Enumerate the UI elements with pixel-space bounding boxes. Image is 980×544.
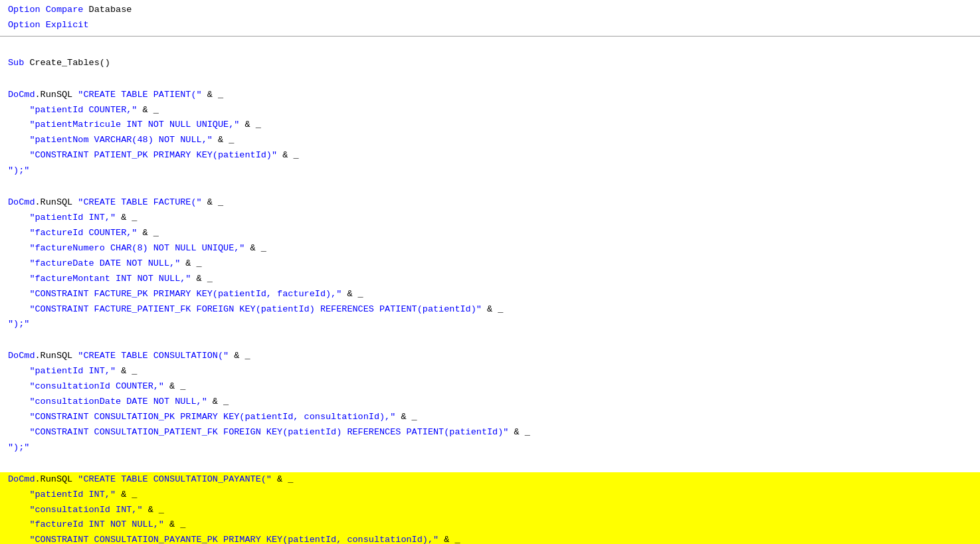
patient-create-4: "patientNom VARCHAR(48) NOT NULL," & _	[0, 133, 980, 148]
code-editor: Option Compare Database Option Explicit …	[0, 0, 980, 544]
consultation-payante-5: "CONSTRAINT CONSULTATION_PAYANTE_PK PRIM…	[0, 533, 980, 544]
option-keyword2: Option	[8, 20, 41, 30]
code-body: Sub Create_Tables() DoCmd.RunSQL "CREATE…	[0, 39, 980, 544]
consultation-create-4: "consultationDate DATE NOT NULL," & _	[0, 395, 980, 410]
sub-line: Sub Create_Tables()	[0, 56, 980, 71]
patient-create-6: ");"	[0, 163, 980, 179]
facture-create-5: "factureDate DATE NOT NULL," & _	[0, 256, 980, 272]
facture-create-8: "CONSTRAINT FACTURE_PATIENT_FK FOREIGN K…	[0, 302, 980, 317]
consultation-create-3: "consultationId COUNTER," & _	[0, 379, 980, 395]
empty-line-4	[0, 332, 980, 349]
facture-create-7: "CONSTRAINT FACTURE_PK PRIMARY KEY(patie…	[0, 287, 980, 302]
consultation-payante-2: "patientId INT," & _	[0, 488, 980, 503]
patient-create-2: "patientId COUNTER," & _	[0, 103, 980, 118]
empty-line-2	[0, 71, 980, 88]
consultation-payante-1: DoCmd.RunSQL "CREATE TABLE CONSULTATION_…	[0, 472, 980, 488]
patient-create-5: "CONSTRAINT PATIENT_PK PRIMARY KEY(patie…	[0, 148, 980, 163]
facture-create-4: "factureNumero CHAR(8) NOT NULL UNIQUE,"…	[0, 241, 980, 256]
explicit-keyword: Explicit	[46, 20, 89, 30]
option-explicit-line: Option Explicit	[0, 18, 980, 33]
option-compare-line: Option Compare Database	[0, 3, 980, 18]
consultation-payante-3: "consultationId INT," & _	[0, 503, 980, 518]
header-section: Option Compare Database Option Explicit	[0, 3, 980, 37]
facture-create-9: ");"	[0, 317, 980, 332]
consultation-create-1: DoCmd.RunSQL "CREATE TABLE CONSULTATION(…	[0, 349, 980, 364]
facture-create-2: "patientId INT," & _	[0, 211, 980, 226]
consultation-create-2: "patientId INT," & _	[0, 364, 980, 379]
patient-create-1: DoCmd.RunSQL "CREATE TABLE PATIENT(" & _	[0, 88, 980, 103]
empty-line-5	[0, 456, 980, 472]
facture-create-1: DoCmd.RunSQL "CREATE TABLE FACTURE(" & _	[0, 195, 980, 211]
consultation-create-5: "CONSTRAINT CONSULTATION_PK PRIMARY KEY(…	[0, 410, 980, 425]
consultation-create-6: "CONSTRAINT CONSULTATION_PATIENT_FK FORE…	[0, 425, 980, 440]
patient-create-3: "patientMatricule INT NOT NULL UNIQUE," …	[0, 118, 980, 133]
empty-line-1	[0, 39, 980, 56]
facture-create-3: "factureId COUNTER," & _	[0, 226, 980, 241]
compare-keyword: Compare	[46, 5, 84, 15]
facture-create-6: "factureMontant INT NOT NULL," & _	[0, 272, 980, 287]
consultation-payante-4: "factureId INT NOT NULL," & _	[0, 517, 980, 533]
option-keyword: Option	[8, 5, 41, 15]
consultation-create-7: ");"	[0, 440, 980, 456]
empty-line-3	[0, 179, 980, 195]
